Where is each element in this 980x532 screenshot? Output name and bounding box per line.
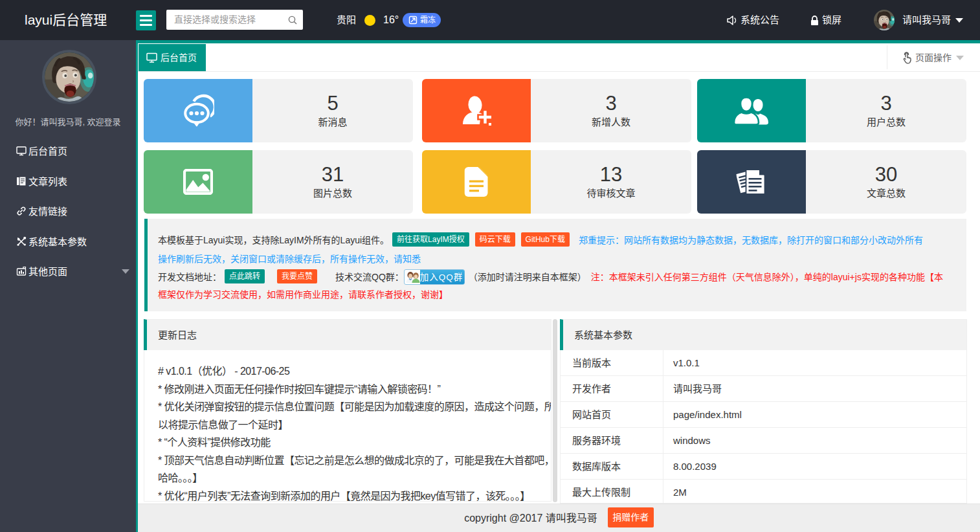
svg-text:加入QQ群: 加入QQ群 <box>420 272 463 282</box>
